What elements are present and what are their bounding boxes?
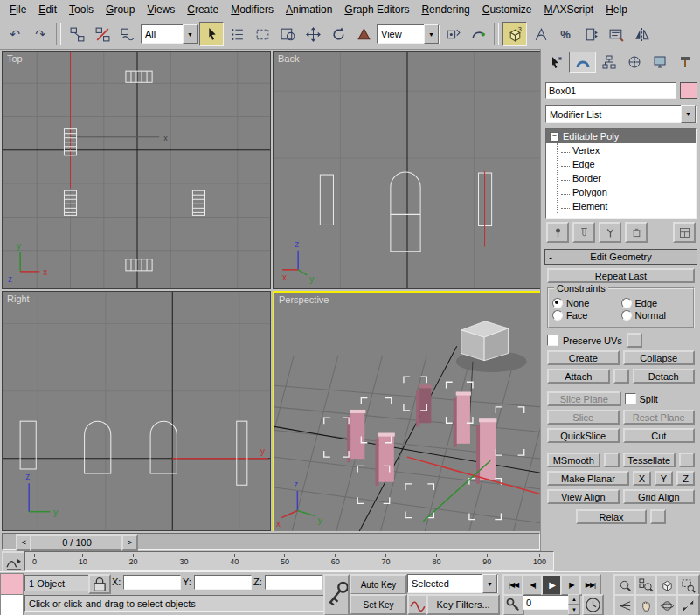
time-slider[interactable]: < 0 / 100 >: [0, 531, 540, 550]
make-unique-button[interactable]: [599, 222, 621, 243]
rollout-collapse-icon[interactable]: -: [545, 252, 556, 262]
menu-item[interactable]: Create: [181, 1, 225, 18]
auto-key-button[interactable]: Auto Key: [350, 574, 407, 595]
constraint-normal-radio[interactable]: Normal: [621, 310, 690, 321]
preserve-uvs-checkbox[interactable]: [547, 335, 558, 346]
stack-item-editable-poly[interactable]: − Editable Poly: [546, 129, 696, 143]
y-coordinate-field[interactable]: [194, 575, 252, 590]
constraint-face-radio[interactable]: Face: [552, 310, 621, 321]
redo-button[interactable]: ↷: [28, 22, 52, 46]
show-end-result-button[interactable]: [572, 222, 595, 243]
radio-icon[interactable]: [552, 310, 563, 321]
track-bar[interactable]: 0102030405060708090100: [0, 550, 540, 571]
viewport-label-top[interactable]: Top: [7, 53, 23, 64]
dropdown-arrow-icon[interactable]: ▼: [681, 105, 696, 123]
constraint-edge-radio[interactable]: Edge: [621, 298, 690, 308]
stack-subobject-item[interactable]: Edge: [558, 157, 696, 171]
pan-button[interactable]: [634, 594, 658, 615]
window-crossing-toggle-button[interactable]: [275, 22, 300, 46]
open-mini-curve-editor-button[interactable]: [2, 551, 26, 573]
right-viewport-canvas[interactable]: y z y: [3, 292, 270, 530]
time-slider-handle[interactable]: 0 / 100: [30, 534, 124, 551]
configure-modifier-sets-button[interactable]: [673, 222, 696, 243]
msmooth-button[interactable]: MSmooth: [547, 453, 600, 467]
go-to-end-button[interactable]: ▶▶|: [579, 574, 601, 596]
x-coordinate-field[interactable]: [123, 575, 181, 590]
stack-subobject-item[interactable]: Element: [558, 199, 696, 213]
bind-to-spacewarp-button[interactable]: [115, 22, 140, 46]
pin-stack-button[interactable]: [546, 222, 569, 243]
viewport-right[interactable]: Right y z y: [2, 291, 271, 531]
object-name-field[interactable]: [545, 82, 676, 99]
relax-settings-button[interactable]: [650, 509, 666, 524]
menu-item[interactable]: Help: [600, 1, 634, 18]
select-and-rotate-button[interactable]: [326, 22, 350, 46]
selected-box-object[interactable]: [461, 321, 509, 361]
arc-rotate-button[interactable]: [655, 594, 679, 615]
msmooth-settings-button[interactable]: [604, 453, 620, 467]
frame-ruler[interactable]: 0102030405060708090100: [24, 551, 554, 571]
menu-item[interactable]: Tools: [63, 1, 100, 18]
rectangular-selection-region-button[interactable]: [250, 22, 274, 46]
key-mode-toggle-button[interactable]: [502, 594, 524, 615]
macro-recorder-pane[interactable]: [0, 573, 24, 595]
stack-subobject-item[interactable]: Border: [558, 171, 696, 185]
spinner-snap-toggle-button[interactable]: [579, 22, 603, 46]
field-of-view-button[interactable]: [613, 594, 637, 615]
menu-item[interactable]: Customize: [476, 1, 538, 18]
detach-button[interactable]: Detach: [633, 369, 696, 384]
view-align-button[interactable]: View Align: [547, 489, 620, 504]
attach-settings-button[interactable]: [613, 369, 629, 384]
cut-button[interactable]: Cut: [623, 428, 696, 443]
time-slider-right-arrow[interactable]: >: [121, 534, 138, 551]
repeat-last-button[interactable]: Repeat Last: [547, 268, 695, 283]
mirror-button[interactable]: [629, 22, 654, 46]
viewport-perspective[interactable]: Perspective: [273, 291, 544, 533]
radio-icon[interactable]: [552, 298, 563, 308]
current-frame-field[interactable]: [523, 595, 572, 610]
angle-snap-toggle-button[interactable]: [528, 22, 552, 46]
tab-utilities[interactable]: [673, 52, 698, 73]
tab-motion[interactable]: [622, 52, 648, 73]
menu-item[interactable]: Edit: [32, 1, 63, 18]
perspective-viewport-canvas[interactable]: z x y: [274, 293, 542, 531]
maxscript-listener-pane[interactable]: [0, 594, 24, 615]
top-viewport-canvas[interactable]: x y x z: [3, 52, 270, 288]
menu-item[interactable]: Graph Editors: [338, 1, 415, 18]
planar-x-button[interactable]: X: [633, 471, 651, 486]
object-color-swatch[interactable]: [680, 82, 697, 99]
planar-y-button[interactable]: Y: [655, 471, 673, 486]
default-tangent-button[interactable]: [407, 594, 428, 615]
key-mode-dropdown[interactable]: Selected ▼: [407, 574, 498, 593]
time-configuration-button[interactable]: [582, 594, 604, 615]
stack-subobject-item[interactable]: Vertex: [558, 143, 696, 157]
collapse-button[interactable]: Collapse: [623, 350, 696, 365]
key-filters-button[interactable]: Key Filters...: [426, 594, 500, 615]
menu-item[interactable]: Views: [141, 1, 181, 18]
attach-button[interactable]: Attach: [547, 369, 610, 384]
reset-plane-button[interactable]: Reset Plane: [623, 410, 696, 425]
viewport-back[interactable]: Back z x y: [273, 51, 542, 289]
menu-item[interactable]: Animation: [280, 1, 338, 18]
min-max-toggle-button[interactable]: [676, 594, 700, 615]
grid-align-button[interactable]: Grid Align: [623, 489, 696, 504]
frame-spinner[interactable]: ▲ ▼: [568, 594, 580, 615]
menu-item[interactable]: File: [3, 1, 32, 18]
snaps-toggle-button[interactable]: 3: [502, 22, 527, 46]
use-center-flyout-button[interactable]: [440, 22, 465, 46]
selection-lock-button[interactable]: [88, 574, 111, 594]
menu-item[interactable]: MAXScript: [538, 1, 600, 18]
rollout-edit-geometry-header[interactable]: - Edit Geometry: [544, 249, 697, 265]
unlink-selection-button[interactable]: [90, 22, 114, 46]
split-option[interactable]: Split: [625, 391, 696, 406]
quickslice-button[interactable]: QuickSlice: [547, 428, 620, 443]
select-by-name-button[interactable]: [225, 22, 249, 46]
menu-item[interactable]: Rendering: [415, 1, 475, 18]
menu-item[interactable]: Modifiers: [225, 1, 280, 18]
named-selection-sets-button[interactable]: [604, 22, 628, 46]
set-key-button[interactable]: Set Key: [350, 594, 407, 615]
slice-button[interactable]: Slice: [547, 410, 620, 425]
select-and-scale-button[interactable]: [351, 22, 376, 46]
tab-display[interactable]: [648, 52, 673, 73]
stack-subobject-item[interactable]: Polygon: [558, 185, 696, 199]
